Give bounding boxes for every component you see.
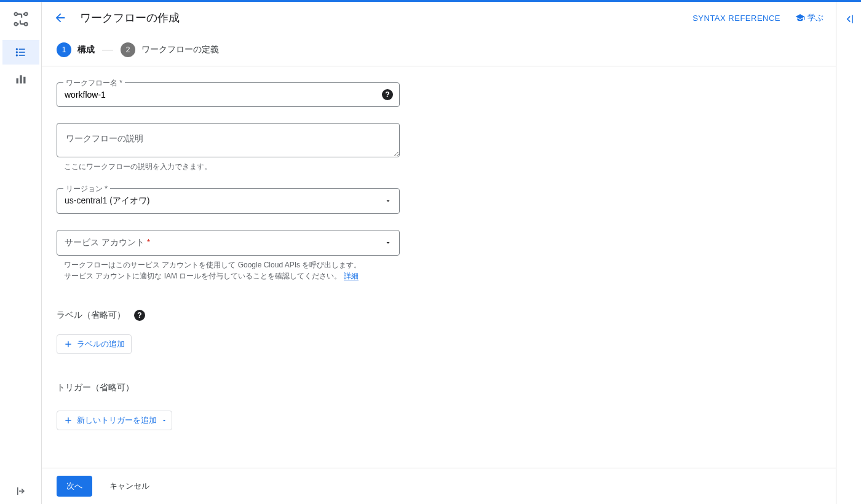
svg-point-1: [24, 13, 27, 16]
svg-rect-7: [18, 52, 25, 53]
step-1-label: 構成: [77, 44, 95, 55]
step-connector: [102, 50, 113, 50]
step-2-num: 2: [121, 42, 135, 57]
plus-icon: [63, 339, 73, 349]
svg-point-0: [14, 13, 17, 16]
back-button[interactable]: [49, 7, 71, 29]
workflow-name-label: ワークフロー名 *: [63, 78, 125, 89]
form-area: ワークフロー名 * ? ワークフローの説明 ここにワークフローの説明を入力できま…: [42, 66, 836, 468]
stepper: 1 構成 2 ワークフローの定義: [42, 34, 836, 66]
service-account-hint: ワークフローはこのサービス アカウントを使用して Google Cloud AP…: [57, 259, 400, 282]
topbar: ワークフローの作成 Syntax reference 学ぶ: [42, 2, 836, 34]
svg-point-3: [24, 23, 27, 26]
region-field: リージョン * us-central1 (アイオワ): [57, 188, 400, 214]
step-1-num: 1: [57, 42, 71, 57]
region-label: リージョン *: [63, 184, 110, 194]
expand-rail-icon[interactable]: [15, 486, 26, 497]
service-account-placeholder: サービス アカウント: [65, 237, 145, 247]
triggers-section-label: トリガー（省略可）: [57, 382, 821, 393]
main-panel: ワークフローの作成 Syntax reference 学ぶ 1 構成 2 ワーク…: [42, 2, 836, 504]
cancel-button[interactable]: キャンセル: [105, 476, 154, 497]
learn-icon: [795, 13, 805, 23]
step-2[interactable]: 2 ワークフローの定義: [121, 42, 219, 57]
chevron-down-icon: [161, 417, 168, 424]
svg-rect-5: [18, 49, 25, 50]
help-icon[interactable]: ?: [134, 310, 145, 321]
page-title: ワークフローの作成: [80, 10, 180, 25]
footer: 次へ キャンセル: [42, 468, 836, 504]
svg-rect-12: [23, 77, 25, 84]
svg-point-6: [15, 51, 17, 53]
nav-item-insights[interactable]: [6, 67, 36, 92]
learn-label: 学ぶ: [807, 12, 823, 23]
workflow-name-field: ワークフロー名 * ?: [57, 82, 400, 107]
svg-rect-9: [18, 55, 25, 56]
service-account-learn-more-link[interactable]: 詳細: [344, 272, 359, 281]
add-label-button[interactable]: ラベルの追加: [57, 334, 132, 354]
service-account-select[interactable]: サービス アカウント *: [57, 230, 399, 255]
help-icon[interactable]: ?: [382, 89, 393, 100]
next-button[interactable]: 次へ: [57, 476, 92, 497]
nav-item-list[interactable]: [2, 40, 39, 65]
left-rail: [0, 2, 42, 504]
add-label-text: ラベルの追加: [77, 339, 125, 350]
labels-section-label: ラベル（省略可） ?: [57, 310, 821, 321]
workflow-desc-field: ワークフローの説明 ここにワークフローの説明を入力できます。: [57, 123, 400, 172]
collapse-right-panel-button[interactable]: [836, 2, 861, 504]
workflow-desc-hint: ここにワークフローの説明を入力できます。: [57, 161, 400, 172]
svg-point-8: [15, 54, 17, 56]
syntax-reference-link[interactable]: Syntax reference: [685, 9, 788, 28]
svg-point-2: [14, 23, 17, 26]
workflow-desc-input[interactable]: [57, 124, 399, 157]
step-2-label: ワークフローの定義: [141, 44, 219, 55]
svg-rect-10: [16, 78, 18, 83]
add-trigger-button[interactable]: 新しいトリガーを追加: [57, 411, 172, 430]
workflows-icon: [12, 10, 30, 28]
plus-icon: [63, 415, 73, 425]
svg-rect-11: [20, 75, 22, 83]
add-trigger-text: 新しいトリガーを追加: [77, 415, 157, 426]
svg-point-4: [15, 48, 17, 50]
learn-button[interactable]: 学ぶ: [788, 7, 831, 28]
service-account-field: サービス アカウント * ワークフローはこのサービス アカウントを使用して Go…: [57, 230, 400, 282]
step-1[interactable]: 1 構成: [57, 42, 95, 57]
